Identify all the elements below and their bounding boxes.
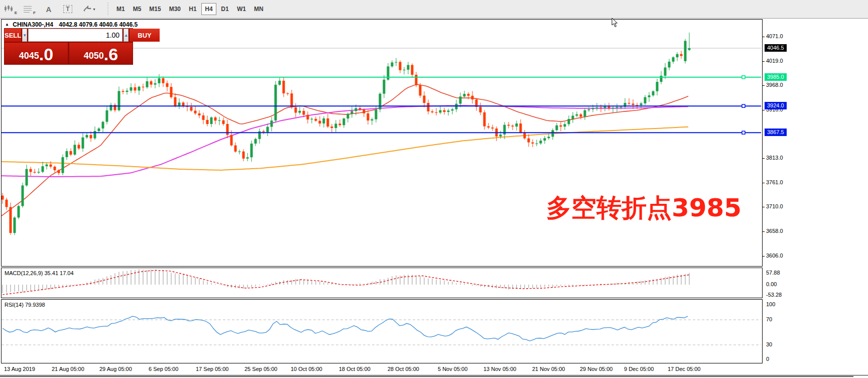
collapse-arrow-icon[interactable]: ▲ [5,22,9,27]
text-icon[interactable]: A [40,3,57,16]
indicator-tick-label: 0 [766,356,769,362]
rsi-chart[interactable] [2,300,762,363]
rsi-label: RSI(14) 79.9398 [5,302,45,308]
ma-line-slow-yellow [2,127,688,170]
chart-objects-icon[interactable]: E [2,3,19,16]
price-tick-mark [763,110,765,110]
toolbar-separator [107,3,108,16]
grid-icon[interactable]: F [21,3,38,16]
indicator-tick-label: 70 [766,316,772,322]
price-tick-label: 3710.0 [766,203,783,209]
price-tick-mark [763,231,765,232]
date-label: 5 Nov 05:00 [438,366,467,372]
date-label: 21 Nov 05:00 [532,366,565,372]
timeframe-button-h1[interactable]: H1 [185,3,200,15]
macd-chart[interactable] [2,268,762,298]
ask-last-digit: .6 [104,45,118,63]
date-label: 17 Dec 05:00 [668,366,700,372]
volume-decrease-button[interactable]: ▼ [22,29,27,42]
indicator-tick-label: 57.88 [766,270,780,276]
price-tick-mark [763,85,765,86]
bid-main-digits: 4045 [19,48,39,63]
date-axis[interactable]: 13 Aug 201921 Aug 05:0029 Aug 05:006 Sep… [0,363,868,375]
date-label: 25 Sep 05:00 [244,366,277,372]
symbol-title: ▲ CHINA300-,H4 4042.8 4079.6 4040.6 4046… [5,21,138,28]
date-label: 29 Nov 05:00 [580,366,612,372]
date-label: 10 Oct 05:00 [291,366,322,372]
date-label: 21 Aug 05:00 [52,366,84,372]
price-tick-mark [763,158,765,159]
timeframe-button-h4[interactable]: H4 [201,3,216,15]
mouse-cursor [611,18,618,28]
timeframe-button-mn[interactable]: MN [251,3,267,15]
indicator-tick-label: 0.00 [766,281,777,287]
macd-panel[interactable] [1,268,763,298]
macd-label: MACD(12,26,9) 35.41 17.04 [5,270,74,276]
sell-button[interactable]: SELL [5,29,21,42]
date-label: 28 Oct 05:00 [388,366,419,372]
timeframe-button-w1[interactable]: W1 [233,3,250,15]
timeframe-button-m30[interactable]: M30 [166,3,184,15]
date-label: 18 Oct 05:00 [339,366,370,372]
indicator-tick-label: 100 [766,301,775,307]
price-tick-label: 3606.0 [766,253,783,259]
volume-input[interactable] [28,29,122,42]
timeframe-button-m15[interactable]: M15 [146,3,164,15]
chart-annotation-text: 多空转折点3985 [546,191,741,225]
price-tick-label: 4019.0 [766,58,783,64]
price-badge-3924.0: 3924.0 [765,102,787,109]
price-tick-label: 3968.0 [766,82,783,88]
cycle-arrows-icon[interactable]: ▾ [78,3,100,16]
bid-price-display[interactable]: 4045 .0 [5,43,68,64]
macd-signal-line [3,270,689,295]
symbol-name: CHINA300-,H4 [13,21,53,28]
rsi-panel[interactable] [1,299,763,363]
price-tick-label: 3658.0 [766,228,783,234]
one-click-trade-panel: SELL ▼ ▲ BUY 4045 .0 4050 .6 [4,28,133,65]
text-label-icon[interactable]: T [59,3,76,16]
toolbar: E F A T ▾ M1M5M15M30H1H4D1W1MN [0,0,868,19]
date-label: 13 Nov 05:00 [483,366,516,372]
price-tick-mark [763,37,765,37]
price-tick-mark [763,256,765,257]
ask-price-display[interactable]: 4050 .6 [69,43,133,64]
price-axis[interactable]: 4071.04019.03968.03916.03813.03761.03710… [763,19,868,363]
date-label: 13 Aug 2019 [4,366,35,372]
price-tick-mark [763,207,765,207]
ohlc-readout: 4042.8 4079.6 4040.6 4046.5 [59,21,138,28]
date-label: 6 Sep 05:00 [149,366,178,372]
price-badge-3867.5: 3867.5 [765,129,787,136]
volume-increase-button[interactable]: ▲ [123,29,129,42]
ask-main-digits: 4050 [84,48,104,63]
timeframe-button-d1[interactable]: D1 [217,3,232,15]
price-badge-4046.5: 4046.5 [765,44,787,52]
taskbar-edge [0,376,853,377]
window-bottom-edge [0,375,868,375]
date-label: 29 Aug 05:00 [99,366,132,372]
price-tick-label: 4071.0 [766,33,783,39]
price-tick-mark [763,183,765,183]
price-tick-label: 3761.0 [766,179,783,185]
trading-platform-window: E F A T ▾ M1M5M15M30H1H4D1W1MN [0,0,868,378]
price-tick-mark [763,61,765,62]
bid-last-digit: .0 [39,45,53,63]
buy-button[interactable]: BUY [130,29,160,42]
timeframe-button-m5[interactable]: M5 [130,3,145,15]
indicator-tick-label: -53.28 [766,292,782,298]
indicator-tick-label: 30 [766,341,772,347]
date-label: 17 Sep 05:00 [196,366,228,372]
price-badge-3985.0: 3985.0 [765,73,787,81]
date-label: 9 Dec 05:00 [624,366,654,372]
timeframe-group: M1M5M15M30H1H4D1W1MN [112,3,268,15]
price-tick-label: 3813.0 [766,155,783,161]
timeframe-button-m1[interactable]: M1 [113,3,129,15]
